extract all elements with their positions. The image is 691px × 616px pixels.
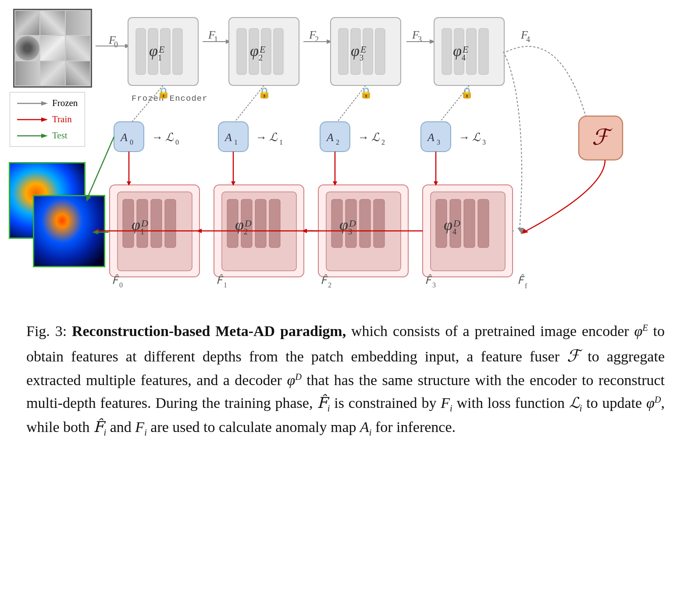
grid-cell-3 — [66, 11, 90, 35]
svg-text:3: 3 — [482, 138, 486, 146]
svg-rect-120 — [431, 192, 505, 271]
svg-text:1: 1 — [234, 138, 238, 146]
grid-cell-2 — [40, 11, 64, 35]
test-arrow — [17, 132, 48, 140]
svg-rect-105 — [255, 199, 266, 248]
svg-rect-53 — [434, 18, 504, 85]
svg-text:1: 1 — [214, 35, 218, 44]
svg-text:A: A — [326, 131, 334, 144]
svg-line-61 — [129, 85, 163, 125]
svg-text:0: 0 — [114, 40, 118, 49]
svg-rect-37 — [229, 18, 299, 85]
svg-text:→ ℒ: → ℒ — [151, 131, 174, 144]
svg-rect-48 — [363, 28, 373, 74]
svg-text:4: 4 — [526, 35, 530, 44]
grid-cell-9 — [66, 61, 90, 85]
grid-cell-7 — [15, 61, 39, 85]
svg-text:3: 3 — [437, 138, 440, 146]
svg-text:E: E — [259, 44, 266, 55]
svg-rect-31 — [148, 28, 158, 74]
svg-text:4: 4 — [452, 227, 456, 236]
svg-text:E: E — [360, 44, 367, 55]
svg-text:D: D — [141, 218, 148, 229]
grid-cell-center — [15, 36, 39, 60]
svg-marker-66 — [334, 122, 339, 129]
svg-text:0: 0 — [119, 281, 123, 289]
svg-text:F: F — [208, 28, 216, 41]
svg-rect-94 — [123, 199, 134, 248]
svg-text:→ ℒ: → ℒ — [357, 131, 380, 144]
svg-rect-30 — [136, 28, 146, 74]
bold-title: Reconstruction-based Meta-AD paradigm, — [72, 323, 346, 339]
svg-rect-115 — [374, 199, 385, 248]
svg-rect-55 — [454, 28, 464, 74]
svg-text:φ: φ — [250, 42, 259, 60]
svg-text:F: F — [108, 34, 116, 46]
phi-e-inline: φE — [634, 323, 648, 339]
a-i-inline: Ai — [360, 419, 371, 435]
svg-rect-92 — [110, 185, 199, 277]
svg-text:ℱ: ℱ — [592, 125, 613, 149]
svg-marker-145 — [434, 181, 438, 186]
svg-rect-76 — [320, 122, 350, 152]
train-label: Train — [52, 114, 72, 125]
svg-marker-153 — [521, 229, 528, 234]
svg-text:φ: φ — [339, 216, 348, 234]
svg-line-65 — [335, 85, 366, 125]
svg-rect-102 — [222, 192, 296, 271]
svg-line-63 — [232, 85, 264, 125]
svg-marker-150 — [196, 229, 202, 233]
svg-rect-124 — [478, 199, 489, 248]
legend-test: Test — [17, 130, 78, 141]
svg-rect-119 — [423, 185, 513, 277]
svg-text:0: 0 — [130, 138, 133, 146]
diagram-area: Frozen Train Test F 0 F 1 — [0, 0, 691, 307]
svg-text:3: 3 — [432, 281, 436, 289]
svg-rect-114 — [360, 199, 370, 248]
svg-text:1: 1 — [140, 227, 144, 236]
svg-text:D: D — [453, 218, 460, 229]
svg-line-67 — [438, 85, 469, 125]
svg-rect-106 — [269, 199, 280, 248]
svg-text:1: 1 — [279, 138, 283, 146]
svg-text:φ: φ — [351, 42, 360, 60]
fuser-inline: ℱ — [567, 347, 580, 365]
svg-rect-73 — [218, 122, 248, 152]
svg-marker-9 — [125, 44, 131, 48]
svg-text:A: A — [224, 131, 232, 144]
svg-rect-70 — [114, 122, 144, 152]
svg-text:2: 2 — [328, 281, 331, 289]
svg-text:2: 2 — [244, 227, 248, 236]
svg-marker-68 — [436, 122, 442, 129]
svg-rect-32 — [160, 28, 170, 74]
svg-text:0: 0 — [175, 138, 179, 146]
f-i2-inline: Fi — [135, 419, 146, 435]
frozen-arrow — [17, 99, 48, 107]
svg-text:3: 3 — [360, 53, 363, 62]
svg-rect-95 — [137, 199, 148, 248]
svg-text:F: F — [309, 28, 317, 41]
svg-marker-3 — [41, 117, 48, 122]
svg-rect-103 — [227, 199, 238, 248]
fhat-i-inline: F̂i — [317, 395, 330, 411]
svg-rect-33 — [173, 28, 182, 74]
svg-rect-45 — [331, 18, 401, 85]
loss-i-inline: ℒi — [569, 395, 582, 411]
svg-text:φ: φ — [235, 216, 244, 234]
output-fg-image — [33, 195, 105, 267]
svg-text:F̂: F̂ — [517, 274, 525, 286]
svg-rect-41 — [274, 28, 283, 74]
svg-marker-159 — [517, 228, 524, 234]
svg-text:φ: φ — [444, 216, 452, 234]
svg-text:E: E — [158, 44, 165, 55]
svg-marker-17 — [327, 39, 332, 44]
svg-rect-93 — [118, 192, 192, 271]
svg-rect-97 — [165, 199, 176, 248]
svg-text:1: 1 — [224, 281, 227, 289]
svg-rect-111 — [326, 192, 401, 271]
svg-rect-40 — [261, 28, 271, 74]
svg-text:A: A — [427, 131, 435, 144]
svg-text:🔒: 🔒 — [157, 86, 170, 99]
svg-rect-90 — [579, 116, 623, 160]
svg-marker-147 — [302, 229, 307, 233]
